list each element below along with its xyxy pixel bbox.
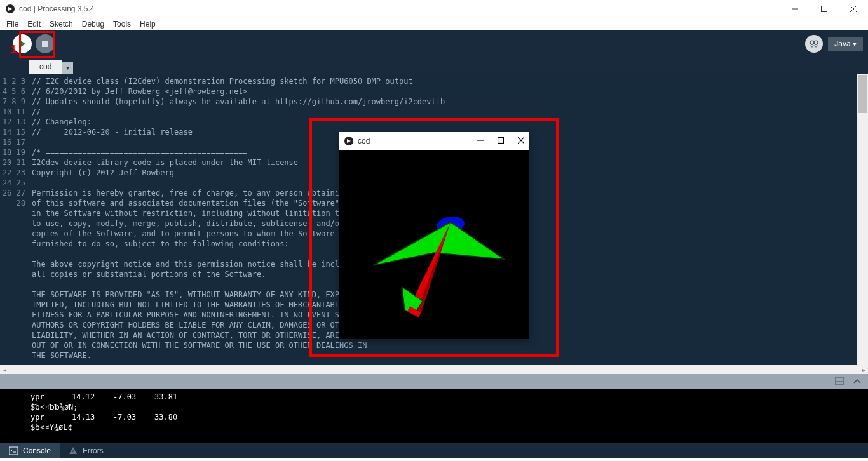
vertical-scrollbar[interactable] [857,74,868,365]
console-tab-label: Console [23,446,51,455]
sketch-maximize-button[interactable] [498,137,504,145]
minimize-button[interactable] [780,0,810,18]
scroll-right-icon[interactable]: ▸ [859,365,868,374]
warning-icon [69,446,78,455]
console-expand-icon[interactable] [835,377,844,387]
tab-dropdown[interactable]: ▾ [62,62,73,74]
svg-rect-5 [42,41,48,47]
tab-bar: cod ▾ [0,57,868,74]
toolbar: Java ▾ [0,30,868,57]
sketch-canvas [339,150,529,339]
maximize-button[interactable] [810,0,839,18]
annotation-label-1: 1 [10,43,17,57]
errors-tab[interactable]: Errors [60,443,112,458]
window-title: cod | Processing 3.5.4 [19,4,95,13]
console-separator[interactable] [0,374,868,389]
stop-icon [41,40,49,48]
tab-cod[interactable]: cod [29,60,62,74]
sketch-minimize-button[interactable] [477,137,484,145]
horizontal-scrollbar[interactable]: ◂ ▸ [0,365,868,374]
menu-file[interactable]: File [3,18,22,30]
stop-button[interactable] [36,34,55,53]
scrollbar-thumb[interactable] [858,75,867,113]
window-titlebar: cod | Processing 3.5.4 [0,0,868,18]
bottom-tab-bar: Console Errors [0,443,868,458]
svg-rect-18 [498,138,504,144]
processing-icon [344,136,354,146]
svg-point-15 [72,453,74,454]
console-tab[interactable]: Console [0,443,60,458]
menu-help[interactable]: Help [136,18,159,30]
butterfly-icon [809,39,819,49]
svg-point-8 [811,44,813,47]
play-icon [18,39,27,48]
console-output[interactable]: ypr 14.12 -7.03 33.81 $␢<¤␢␢¾øN; ypr 14.… [0,389,868,443]
scroll-left-icon[interactable]: ◂ [0,365,9,374]
console-icon [9,446,18,455]
sketch-output-window[interactable]: cod [339,132,529,339]
console-collapse-icon[interactable] [853,377,862,387]
menu-sketch[interactable]: Sketch [46,18,77,30]
sketch-title: cod [358,137,370,145]
mode-selector[interactable]: Java ▾ [828,37,863,51]
svg-point-9 [815,44,817,47]
line-gutter: 1 2 3 4 5 6 7 8 9 10 11 12 13 14 15 16 1… [0,74,29,365]
menu-bar: File Edit Sketch Debug Tools Help [0,18,868,30]
close-button[interactable] [839,0,868,18]
menu-debug[interactable]: Debug [78,18,108,30]
debug-toggle-button[interactable] [805,35,823,53]
sketch-titlebar[interactable]: cod [339,132,529,150]
errors-tab-label: Errors [83,446,104,455]
mode-label: Java ▾ [834,39,857,48]
svg-point-7 [814,41,818,44]
svg-rect-12 [9,447,18,455]
menu-tools[interactable]: Tools [109,18,135,30]
svg-point-6 [810,41,814,44]
sketch-close-button[interactable] [518,137,524,145]
menu-edit[interactable]: Edit [24,18,44,30]
svg-rect-10 [836,377,843,385]
svg-rect-2 [822,6,827,12]
processing-icon [5,4,15,14]
